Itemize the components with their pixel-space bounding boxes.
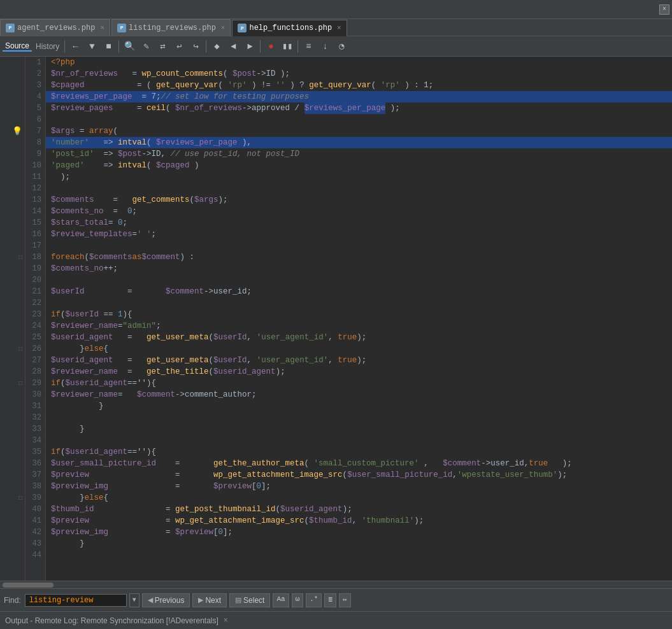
fold-icon[interactable]: □ xyxy=(18,380,22,387)
gutter-marker-11 xyxy=(0,171,25,183)
gutter-marker-26: □ xyxy=(0,343,25,355)
line-number-33: 33 xyxy=(25,423,45,435)
find-dropdown-arrow[interactable]: ▼ xyxy=(129,593,139,607)
code-line-8: 'number' => intval( $reviews_per_page ), xyxy=(46,137,672,148)
gutter-marker-42 xyxy=(0,527,25,538)
output-close-button[interactable]: × xyxy=(224,616,228,625)
tab-label: agent_reviews.php xyxy=(17,24,95,32)
source-tab[interactable]: Source xyxy=(3,41,32,52)
gutter-marker-44 xyxy=(0,549,25,561)
toolbar-btn-11[interactable]: ◔ xyxy=(334,39,349,54)
regex-button[interactable]: .* xyxy=(306,593,322,607)
line-number-34: 34 xyxy=(25,435,45,446)
gutter-marker-14 xyxy=(0,206,25,217)
toolbar-btn-4[interactable]: ↩ xyxy=(171,39,187,54)
find-label: Find: xyxy=(4,596,21,605)
gutter-marker-17 xyxy=(0,240,25,251)
gutter-marker-35 xyxy=(0,446,25,458)
tab-close-button[interactable]: × xyxy=(337,24,341,32)
line-number-5: 5 xyxy=(25,102,45,114)
tab-help_functions[interactable]: Phelp_functions.php× xyxy=(232,20,347,36)
whole-word-button[interactable]: ω xyxy=(292,593,304,607)
line-number-13: 13 xyxy=(25,194,45,206)
code-line-43: } xyxy=(46,538,672,549)
tab-listing_reviews[interactable]: Plisting_reviews.php× xyxy=(111,19,231,36)
next-button[interactable]: ▶ Next xyxy=(192,593,227,607)
toolbar-btn-10[interactable]: ↓ xyxy=(317,39,332,54)
fold-icon[interactable]: □ xyxy=(18,346,22,353)
find-opt-btn2[interactable]: ⇔ xyxy=(339,593,351,607)
line-number-26: 26 xyxy=(25,343,45,355)
code-line-26: }else{ xyxy=(46,343,672,355)
fold-icon[interactable]: □ xyxy=(18,254,22,261)
search-button[interactable]: 🔍 xyxy=(122,39,137,54)
line-number-16: 16 xyxy=(25,229,45,240)
toolbar-btn-2[interactable]: ▼ xyxy=(84,39,99,54)
line-number-8: 8 xyxy=(25,137,45,148)
gutter-marker-6 xyxy=(0,114,25,125)
line-number-27: 27 xyxy=(25,355,45,366)
toolbar-btn-8[interactable]: ► xyxy=(242,39,257,54)
tab-close-button[interactable]: × xyxy=(221,24,225,32)
gutter-marker-39: □ xyxy=(0,492,25,504)
line-number-38: 38 xyxy=(25,481,45,492)
window-close-button[interactable]: × xyxy=(659,4,669,15)
toolbar-btn-9[interactable]: ≡ xyxy=(301,39,316,54)
gutter-marker-8 xyxy=(0,137,25,148)
toolbar-find-btn[interactable]: ✎ xyxy=(138,39,154,54)
toolbar-sep-2 xyxy=(118,40,119,53)
line-number-37: 37 xyxy=(25,469,45,481)
code-line-35: if($userid_agent==''){ xyxy=(46,446,672,458)
tab-close-button[interactable]: × xyxy=(100,24,104,32)
toolbar-sep-5 xyxy=(297,40,298,53)
gutter-marker-10 xyxy=(0,160,25,171)
code-line-34 xyxy=(46,435,672,446)
line-number-43: 43 xyxy=(25,538,45,549)
gutter-marker-27 xyxy=(0,355,25,366)
scrollbar-thumb[interactable] xyxy=(3,583,54,588)
line-number-41: 41 xyxy=(25,515,45,527)
gutter-marker-43 xyxy=(0,538,25,549)
gutter-marker-7: 💡 xyxy=(0,125,25,137)
line-number-29: 29 xyxy=(25,378,45,389)
toolbar-btn-1[interactable]: ← xyxy=(68,39,83,54)
php-icon: P xyxy=(6,24,15,32)
line-number-28: 28 xyxy=(25,366,45,378)
code-line-15: $stars_total= 0; xyxy=(46,217,672,229)
toolbar-btn-pause[interactable]: ▮▮ xyxy=(280,39,295,54)
toolbar-sep-4 xyxy=(260,40,261,53)
toolbar-btn-6[interactable]: ◆ xyxy=(209,39,224,54)
horizontal-scrollbar[interactable] xyxy=(0,581,672,588)
tab-agent_reviews[interactable]: Pagent_reviews.php× xyxy=(0,19,110,36)
gutter-marker-31 xyxy=(0,400,25,412)
output-bar: Output - Remote Log: Remote Synchronizat… xyxy=(0,611,672,629)
toolbar-replace-btn[interactable]: ⇄ xyxy=(155,39,170,54)
find-opt-btn[interactable]: ≣ xyxy=(324,593,336,607)
code-line-32 xyxy=(46,412,672,423)
code-line-19: $coments_no++; xyxy=(46,263,672,274)
code-line-22 xyxy=(46,297,672,309)
code-line-20 xyxy=(46,274,672,286)
code-line-27: $userid_agent = get_user_meta($userId, '… xyxy=(46,355,672,366)
php-icon: P xyxy=(117,24,126,32)
line-number-20: 20 xyxy=(25,274,45,286)
php-icon: P xyxy=(238,24,247,32)
select-button[interactable]: ▤ Select xyxy=(229,593,270,607)
code-area[interactable]: <?php $nr_of_reviews = wp_count_comments… xyxy=(46,57,672,581)
gutter-marker-20 xyxy=(0,274,25,286)
line-number-10: 10 xyxy=(25,160,45,171)
find-input[interactable] xyxy=(25,594,127,607)
toolbar-btn-3[interactable]: ■ xyxy=(101,39,116,54)
history-tab[interactable]: History xyxy=(33,42,62,51)
code-line-31: } xyxy=(46,400,672,412)
previous-button[interactable]: ◀ Previous xyxy=(142,593,190,607)
code-line-12 xyxy=(46,183,672,194)
toolbar-btn-stop[interactable]: ● xyxy=(263,39,278,54)
match-case-button[interactable]: Aa xyxy=(273,593,289,607)
toolbar-btn-5[interactable]: ↪ xyxy=(188,39,203,54)
fold-icon[interactable]: □ xyxy=(18,495,22,502)
gutter-marker-12 xyxy=(0,183,25,194)
line-number-24: 24 xyxy=(25,320,45,332)
code-line-17 xyxy=(46,240,672,251)
toolbar-btn-7[interactable]: ◄ xyxy=(225,39,241,54)
